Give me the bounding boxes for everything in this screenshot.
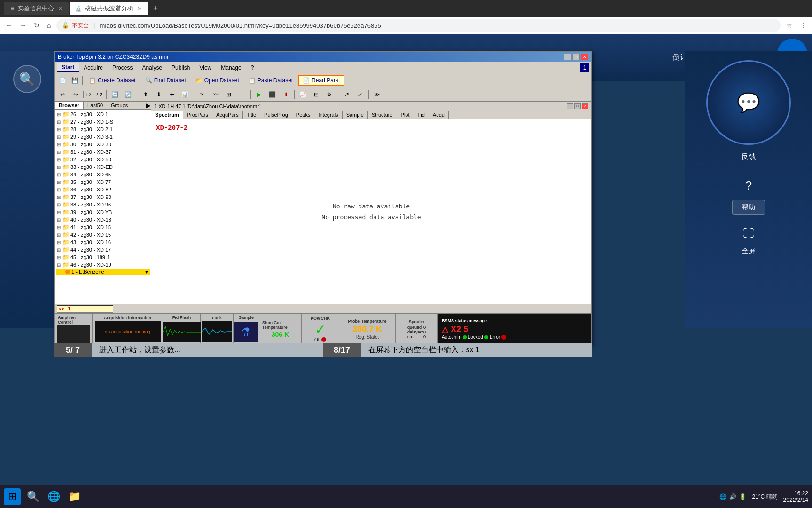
tab-close-1[interactable]: ✕ [58, 5, 63, 12]
read-pars-button[interactable]: 📄 Read Pars. [298, 75, 344, 86]
peak-btn[interactable]: ⌇ [236, 89, 248, 100]
tree-item-34[interactable]: ⊞ 📁 34 - zg30 - XD 65 [56, 171, 150, 178]
taskbar-folder[interactable]: 📁 [66, 488, 83, 505]
menu-publish[interactable]: Publish [167, 64, 195, 72]
fullscreen-icon[interactable]: ⛶ [743, 227, 754, 240]
tree-item-26[interactable]: ⊞ 📁 26 - zg30 - XD 1- [56, 111, 150, 118]
browser-tab-1[interactable]: 🖥 实验信息中心 ✕ [4, 2, 69, 15]
command-input[interactable] [57, 305, 113, 313]
wave-btn[interactable]: 〰 [210, 89, 221, 100]
forward-button[interactable]: → [18, 20, 28, 31]
spectrum-tab-acqu[interactable]: Acqu [429, 111, 449, 119]
refresh-button[interactable]: ↻ [32, 20, 41, 31]
menu-start[interactable]: Start [57, 63, 79, 72]
table-btn[interactable]: ⊟ [311, 89, 322, 100]
tree-item-31[interactable]: ⊞ 📁 31 - zg30 - XD-37 [56, 148, 150, 156]
tree-item-43[interactable]: ⊞ 📁 43 - zg30 - XD 16 [56, 238, 150, 246]
back-button[interactable]: ← [4, 20, 14, 31]
spectrum-tab-integrals[interactable]: Integrals [314, 111, 342, 119]
arrow-left-btn[interactable]: ⬅ [166, 89, 178, 100]
arrow-down-btn[interactable]: ⬇ [153, 89, 164, 100]
tree-item-39[interactable]: ⊞ 📁 39 - zg30 - XD YB [56, 208, 150, 216]
pause-btn[interactable]: ⏸ [280, 89, 291, 100]
start-button[interactable]: ⊞ [4, 488, 21, 505]
spectrum-tab-spectrum[interactable]: Spectrum [151, 111, 183, 119]
browser-tab-btn-browser[interactable]: Browser [55, 102, 84, 109]
more-btn[interactable]: ≫ [372, 89, 383, 100]
save-icon-btn[interactable]: 💾 [69, 75, 80, 86]
tree-item-45[interactable]: ⊞ 📁 45 - zg30 - 189-1 [56, 254, 150, 261]
paste-dataset-button[interactable]: 📋 Paste Dataset [244, 76, 297, 85]
close-button[interactable]: ✕ [581, 54, 588, 60]
menu-manage[interactable]: Manage [216, 64, 246, 72]
help-button[interactable]: 帮助 [732, 200, 765, 215]
wave-disp-btn[interactable]: 📈 [297, 89, 309, 100]
menu-help[interactable]: ? [246, 64, 259, 72]
tree-item-41[interactable]: ⊞ 📁 41 - zg30 - XD 15 [56, 223, 150, 231]
spectrum-tab-title[interactable]: Title [243, 111, 260, 119]
tree-item-35[interactable]: ⊞ 📁 35 - zg30 - XD 77 [56, 178, 150, 186]
tree-item-32[interactable]: ⊞ 📁 32 - zg30 - XD-50 [56, 156, 150, 163]
spectrum-minimize-btn[interactable]: _ [567, 103, 573, 109]
arrow3-btn[interactable]: ↗ [341, 89, 352, 100]
menu-analyse[interactable]: Analyse [137, 64, 167, 72]
dropdown-arrow[interactable]: ▼ [144, 270, 149, 275]
refresh-left-btn[interactable]: 🔄 [109, 89, 121, 100]
create-dataset-button[interactable]: 📋 Create Dataset [85, 76, 140, 85]
spectrum-tab-sample[interactable]: Sample [343, 111, 368, 119]
tree-item-27[interactable]: ⊞ 📁 27 - zg30 - XD 1-S [56, 118, 150, 126]
home-button[interactable]: ⌂ [45, 20, 53, 31]
settings-button[interactable]: ⋮ [798, 20, 808, 31]
arrow-up-btn[interactable]: ⬆ [140, 89, 151, 100]
arrow4-btn[interactable]: ↙ [354, 89, 366, 100]
tree-item-40[interactable]: ⊞ 📁 40 - zg30 - XD-13 [56, 216, 150, 223]
menu-process[interactable]: Process [108, 64, 137, 72]
scissor-btn[interactable]: ✂ [197, 89, 208, 100]
expand-arrow[interactable]: ▶ [146, 102, 151, 109]
spectrum-restore-btn[interactable]: □ [574, 103, 581, 109]
spectrum-tab-structure[interactable]: Structure [368, 111, 397, 119]
tree-item-44[interactable]: ⊞ 📁 44 - zg30 - XD 17 [56, 246, 150, 254]
settings2-btn[interactable]: ⚙ [324, 89, 335, 100]
taskbar-chrome[interactable]: 🌐 [45, 488, 62, 505]
stop-btn[interactable]: ⬛ [267, 89, 278, 100]
spectrum-tab-acqupars[interactable]: AcquPars [212, 111, 243, 119]
spectrum-tab-peaks[interactable]: Peaks [292, 111, 315, 119]
browser-tab-2[interactable]: 🔬 核磁共振波谱分析 ✕ [70, 2, 148, 15]
tree-item-29[interactable]: ⊞ 📁 29 - zg30 - XD 3-1 [56, 133, 150, 141]
tree-item-46[interactable]: ⊟ 📁 46 - zg30 - XD-19 [56, 261, 150, 269]
tree-item-461[interactable]: 1 - EtBenzene ▼ [56, 269, 150, 275]
browser-tab-btn-groups[interactable]: Groups [107, 102, 132, 109]
spectrum-tab-pulseprog[interactable]: PulseProg [260, 111, 292, 119]
undo-btn[interactable]: ↩ [57, 89, 68, 100]
tree-item-38[interactable]: ⊞ 📁 38 - zg30 - XD 96 [56, 201, 150, 208]
refresh-right-btn[interactable]: 🔃 [123, 89, 134, 100]
minimize-button[interactable]: _ [564, 54, 571, 60]
new-tab-button[interactable]: + [149, 2, 162, 15]
grid-btn[interactable]: ⊞ [223, 89, 234, 100]
play-btn[interactable]: ▶ [254, 89, 265, 100]
file-icon-btn[interactable]: 📄 [57, 75, 68, 86]
browser-tab-btn-last50[interactable]: Last50 [84, 102, 107, 109]
spectrum-close-btn[interactable]: ✕ [582, 103, 588, 109]
bar-chart-btn[interactable]: 📊 [180, 89, 191, 100]
open-dataset-button[interactable]: 📂 Open Dataset [191, 76, 243, 85]
url-box[interactable]: 🔓 不安全 | mlabs.dlvrtec.com/UpLoad/BaseTes… [56, 19, 781, 32]
taskbar-search[interactable]: 🔍 [24, 488, 41, 505]
spectrum-tab-fid[interactable]: Fid [414, 111, 429, 119]
find-dataset-button[interactable]: 🔍 Find Dataset [141, 76, 190, 85]
tree-item-30[interactable]: ⊞ 📁 30 - zg30 - XD-30 [56, 141, 150, 148]
tab-close-2[interactable]: ✕ [137, 5, 142, 12]
tree-item-42[interactable]: ⊞ 📁 42 - zg30 - XD 15 [56, 231, 150, 238]
tree-item-36[interactable]: ⊞ 📁 36 - zg30 - XD-82 [56, 186, 150, 193]
menu-acquire[interactable]: Acquire [79, 64, 108, 72]
extensions-button[interactable]: ☆ [784, 20, 794, 31]
tree-item-28[interactable]: ⊞ 📁 28 - zg30 - XD 2-1 [56, 126, 150, 133]
spectrum-tab-plot[interactable]: Plot [397, 111, 414, 119]
menu-view[interactable]: View [195, 64, 216, 72]
tree-item-37[interactable]: ⊞ 📁 37 - zg30 - XD-90 [56, 193, 150, 201]
maximize-button[interactable]: □ [572, 54, 580, 60]
redo-btn[interactable]: ↪ [70, 89, 81, 100]
tree-item-33[interactable]: ⊞ 📁 33 - zg30 - XD-ED [56, 163, 150, 171]
spectrum-tab-procpars[interactable]: ProcPars [183, 111, 212, 119]
